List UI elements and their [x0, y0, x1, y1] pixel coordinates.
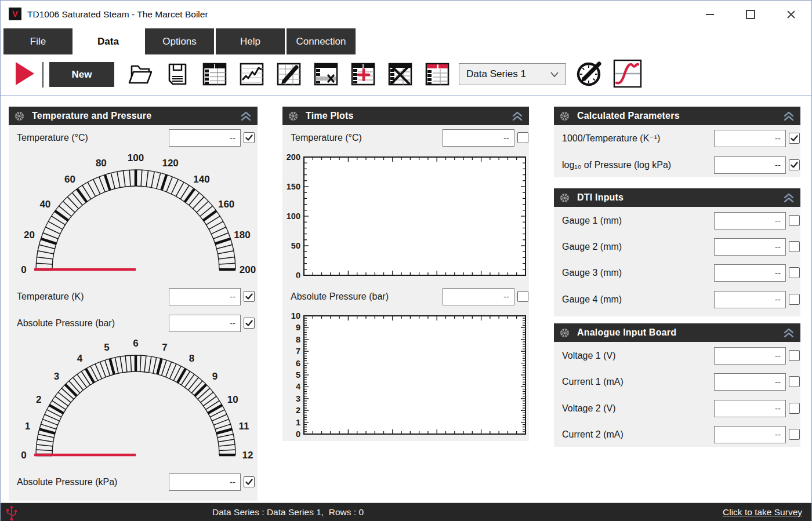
- collapse-chevron-icon[interactable]: [783, 328, 795, 338]
- display-checkbox[interactable]: [789, 241, 800, 252]
- svg-text:2: 2: [36, 394, 41, 405]
- field-label: Gauge 2 (mm): [562, 238, 622, 256]
- app-window: V TD1006 Saturated Steam - The Marcet Bo…: [0, 0, 812, 521]
- display-checkbox[interactable]: [789, 403, 800, 414]
- check-icon: [245, 292, 253, 301]
- field-row-pressure-bar: Absolute Pressure (bar) --: [9, 315, 258, 332]
- temperature-time-plot: 200150100500: [282, 152, 529, 278]
- svg-text:8: 8: [296, 335, 300, 344]
- maximize-button[interactable]: [737, 5, 764, 24]
- value-readout: --: [169, 288, 241, 305]
- svg-text:200: 200: [287, 152, 300, 162]
- svg-text:0: 0: [21, 264, 26, 274]
- value-readout: --: [714, 291, 786, 308]
- collapse-chevron-icon[interactable]: [512, 111, 523, 121]
- display-checkbox[interactable]: [789, 350, 800, 361]
- status-bar: Data Series : Data Series 1, Rows : 0 Cl…: [1, 502, 811, 521]
- display-checkbox[interactable]: [789, 267, 800, 278]
- svg-text:3: 3: [54, 371, 59, 382]
- field-row-current-1: Current 1 (mA) --: [554, 373, 800, 391]
- data-series-select[interactable]: Data Series 1: [459, 63, 566, 85]
- gear-icon: [288, 111, 298, 121]
- value-readout: --: [714, 238, 786, 256]
- display-checkbox[interactable]: [517, 132, 528, 143]
- edit-table-icon[interactable]: [276, 61, 302, 88]
- gear-icon: [560, 328, 570, 338]
- add-row-icon[interactable]: [350, 61, 376, 88]
- display-checkbox[interactable]: [789, 376, 800, 387]
- dial-display-icon[interactable]: [575, 59, 604, 88]
- table-header-icon[interactable]: [424, 61, 451, 88]
- field-row-temperature-c: Temperature (°C) --: [9, 129, 258, 147]
- field-row-voltage-1: Voltage 1 (V) --: [554, 347, 800, 365]
- svg-text:200: 200: [240, 264, 256, 274]
- tab-connection[interactable]: Connection: [287, 28, 356, 54]
- maximize-icon: [746, 10, 755, 19]
- tab-help[interactable]: Help: [216, 28, 285, 54]
- value-readout: --: [169, 473, 241, 491]
- value-readout: --: [714, 212, 786, 229]
- survey-link[interactable]: Click to take Survey: [723, 503, 802, 521]
- tab-options[interactable]: Options: [145, 28, 214, 54]
- panel-header: Analogue Input Board: [554, 323, 800, 342]
- field-label: Temperature (K): [17, 288, 84, 305]
- field-label: Gauge 4 (mm): [562, 291, 622, 308]
- delete-table-icon[interactable]: [387, 61, 414, 88]
- value-readout: --: [443, 288, 514, 305]
- save-icon[interactable]: [164, 61, 191, 88]
- check-icon: [790, 161, 799, 169]
- field-label: 1000/Temperature (K⁻¹): [562, 130, 660, 147]
- collapse-chevron-icon[interactable]: [783, 111, 795, 121]
- check-icon: [245, 319, 253, 327]
- close-icon: [786, 10, 796, 19]
- value-readout: --: [169, 129, 241, 147]
- title-bar: V TD1006 Saturated Steam - The Marcet Bo…: [1, 1, 811, 28]
- curve-fit-icon[interactable]: [613, 59, 642, 88]
- value-readout: --: [714, 130, 786, 147]
- svg-text:100: 100: [128, 152, 144, 163]
- display-checkbox[interactable]: [789, 215, 800, 226]
- display-checkbox[interactable]: [517, 291, 528, 302]
- minimize-icon: [706, 14, 714, 15]
- collapse-chevron-icon[interactable]: [783, 193, 795, 203]
- svg-text:140: 140: [193, 174, 209, 185]
- display-checkbox[interactable]: [244, 132, 255, 143]
- play-icon[interactable]: [12, 61, 35, 86]
- display-checkbox[interactable]: [244, 291, 255, 302]
- delete-row-icon[interactable]: [313, 61, 339, 88]
- svg-text:80: 80: [96, 158, 107, 169]
- display-checkbox[interactable]: [789, 429, 800, 440]
- svg-text:160: 160: [218, 199, 234, 210]
- data-series-selected-value: Data Series 1: [466, 68, 526, 79]
- usb-icon: [4, 505, 19, 521]
- value-readout: --: [714, 426, 786, 443]
- display-checkbox[interactable]: [789, 294, 800, 305]
- gear-icon: [14, 111, 24, 121]
- toolbar-divider: [1, 95, 811, 96]
- svg-text:9: 9: [212, 371, 217, 382]
- display-checkbox[interactable]: [244, 476, 255, 487]
- new-button[interactable]: New: [49, 62, 114, 87]
- data-table-icon[interactable]: [201, 61, 228, 88]
- graph-icon[interactable]: [238, 61, 265, 88]
- panel-title: Analogue Input Board: [577, 327, 676, 338]
- panel-title: DTI Inputs: [577, 192, 624, 203]
- display-checkbox[interactable]: [789, 133, 800, 144]
- tab-data[interactable]: Data: [74, 28, 143, 54]
- tab-file[interactable]: File: [3, 28, 72, 54]
- check-icon: [790, 134, 799, 143]
- display-checkbox[interactable]: [244, 318, 255, 329]
- svg-text:4: 4: [296, 382, 300, 391]
- app-logo-icon: V: [9, 8, 21, 20]
- close-button[interactable]: [778, 5, 804, 24]
- display-checkbox[interactable]: [789, 159, 800, 170]
- collapse-chevron-icon[interactable]: [240, 111, 252, 121]
- minimize-button[interactable]: [697, 5, 723, 24]
- field-row-current-2: Current 2 (mA) --: [554, 426, 800, 443]
- svg-text:1: 1: [25, 421, 30, 432]
- value-readout: --: [714, 347, 786, 365]
- status-data-series-text: Data Series : Data Series 1, Rows : 0: [212, 503, 364, 521]
- open-folder-icon[interactable]: [127, 61, 154, 88]
- panel-header: DTI Inputs: [554, 188, 800, 207]
- svg-text:180: 180: [234, 229, 250, 241]
